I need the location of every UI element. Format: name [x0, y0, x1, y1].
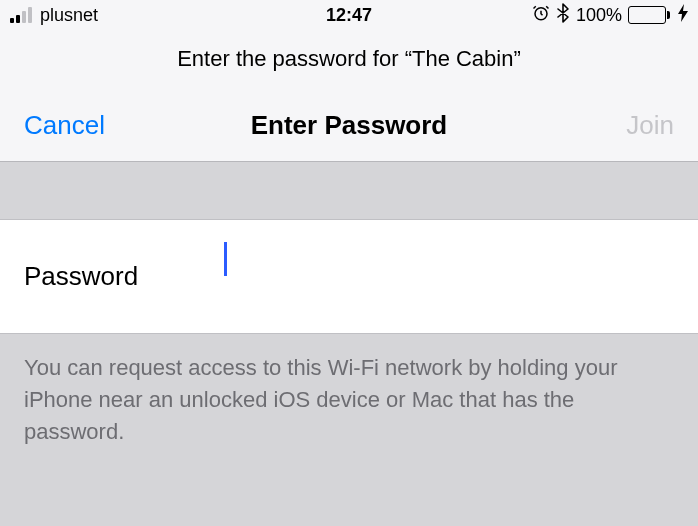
clock-label: 12:47 — [326, 5, 372, 26]
status-left: plusnet — [10, 5, 98, 26]
password-field[interactable] — [224, 280, 674, 311]
join-button[interactable]: Join — [626, 110, 674, 141]
alarm-icon — [532, 4, 550, 27]
text-caret — [224, 242, 227, 276]
battery-icon — [628, 6, 670, 24]
bluetooth-icon — [556, 3, 570, 28]
charging-icon — [678, 4, 688, 26]
dialog-title: Enter Password — [251, 110, 448, 141]
password-input[interactable] — [224, 242, 674, 311]
nav-bar: Cancel Enter Password Join — [0, 98, 698, 162]
battery-percent-label: 100% — [576, 5, 622, 26]
wifi-share-hint: You can request access to this Wi-Fi net… — [0, 334, 698, 468]
section-spacer — [0, 162, 698, 220]
network-prompt-label: Enter the password for “The Cabin” — [0, 30, 698, 98]
status-bar: plusnet 12:47 100% — [0, 0, 698, 30]
password-label: Password — [24, 261, 224, 292]
signal-icon — [10, 7, 32, 23]
carrier-label: plusnet — [40, 5, 98, 26]
password-row[interactable]: Password — [0, 220, 698, 334]
cancel-button[interactable]: Cancel — [24, 110, 105, 141]
status-right: 100% — [532, 3, 688, 28]
